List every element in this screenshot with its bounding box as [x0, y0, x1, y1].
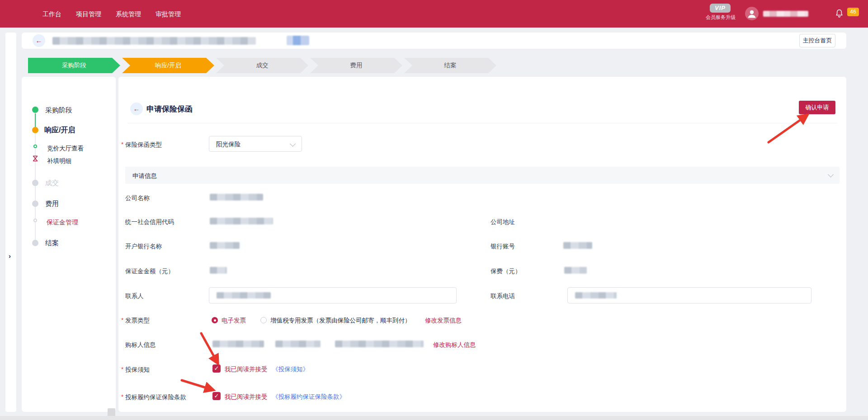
insurance-type-value: 阳光保险	[216, 140, 241, 149]
project-title-redacted	[52, 37, 256, 45]
buyer-info-label: 购标人信息	[125, 341, 156, 349]
confirm-apply-button[interactable]: 确认申请	[799, 101, 835, 114]
page-header-bar: ←	[22, 33, 846, 49]
radio-electronic-invoice[interactable]	[212, 317, 218, 323]
required-mark: *	[121, 141, 123, 148]
sidebar-item-procurement[interactable]: 采购阶段	[45, 106, 72, 115]
agree-text: 我已阅读并接受	[225, 393, 268, 401]
chevron-down-icon[interactable]	[828, 172, 834, 177]
deposit-amount-value-redacted	[210, 267, 227, 274]
radio-vat-invoice[interactable]	[260, 317, 267, 323]
contact-input[interactable]	[209, 287, 457, 303]
sidebar-item-close[interactable]: 结案	[45, 239, 59, 247]
panel-back-button[interactable]: ←	[130, 103, 143, 115]
notification-count-badge[interactable]: 46	[847, 8, 859, 16]
agree-text: 我已阅读并接受	[225, 365, 268, 373]
deposit-amount-label: 保证金金额（元）	[125, 267, 174, 275]
edit-invoice-info-link[interactable]: 修改发票信息	[425, 317, 462, 325]
back-arrow-icon: ←	[36, 37, 42, 44]
invoice-type-label: 发票类型	[125, 317, 150, 325]
section-application-info[interactable]: 申请信息	[125, 167, 840, 184]
contact-label: 联系人	[125, 292, 144, 300]
company-name-label: 公司名称	[125, 194, 150, 202]
nav-item-project-mgmt[interactable]: 项目管理	[76, 10, 101, 19]
performance-terms-doc-link[interactable]: 《投标履约保证保险条款》	[272, 393, 345, 401]
bank-account-value-redacted	[563, 242, 592, 249]
dot-done-icon	[32, 107, 38, 113]
section-title: 申请信息	[132, 172, 157, 180]
stepper-step-close[interactable]: 结案	[404, 58, 496, 73]
back-arrow-icon: ←	[133, 105, 140, 112]
sidebar-item-fill-details[interactable]: 补填明细	[47, 157, 71, 165]
user-avatar[interactable]	[745, 7, 759, 20]
sidebar-item-deposit-mgmt[interactable]: 保证金管理	[47, 219, 78, 227]
console-home-button[interactable]: 主控台首页	[799, 34, 835, 47]
stepper-step-deal[interactable]: 成交	[216, 58, 308, 73]
check-icon: ✓	[214, 392, 219, 399]
buyer-value-redacted	[212, 341, 264, 347]
dot-current-icon	[32, 127, 38, 133]
header-back-button[interactable]: ←	[33, 34, 45, 47]
sidebar-item-fee[interactable]: 费用	[45, 200, 59, 208]
top-navbar: 工作台 项目管理 系统管理 审批管理 VIP 会员服务升级 46	[0, 0, 868, 28]
status-tag-redacted	[287, 36, 309, 45]
vat-invoice-option-label[interactable]: 增值税专用发票（发票由保险公司邮寄，顺丰到付）	[270, 317, 411, 325]
credit-code-value-redacted	[210, 218, 273, 224]
insurance-type-select[interactable]: 阳光保险	[209, 136, 302, 152]
stepper-step-fee[interactable]: 费用	[310, 58, 402, 73]
circle-sub-done-icon	[33, 145, 37, 148]
buyer-value-redacted	[335, 341, 424, 347]
stepper-step-response-open[interactable]: 响应/开启	[122, 58, 214, 73]
electronic-invoice-option-label[interactable]: 电子发票	[222, 317, 246, 325]
dot-upcoming-icon	[32, 201, 38, 207]
required-mark: *	[121, 393, 123, 400]
premium-value-redacted	[564, 267, 587, 274]
bank-account-label: 银行账号	[491, 243, 515, 251]
nav-item-system-mgmt[interactable]: 系统管理	[116, 10, 141, 19]
insurance-notice-checkbox[interactable]: ✓	[212, 364, 221, 373]
premium-label: 保费（元）	[491, 267, 521, 275]
contact-value-redacted	[217, 292, 271, 299]
process-sidebar: 采购阶段 响应/开启 竞价大厅查看 补填明细 成交 费用 保证金管理 结案	[22, 77, 116, 412]
performance-terms-label: 投标履约保证保险条款	[125, 393, 186, 401]
sidebar-item-bidding-hall[interactable]: 竞价大厅查看	[47, 145, 84, 153]
vip-badge[interactable]: VIP	[710, 4, 731, 13]
required-mark: *	[121, 366, 123, 373]
contact-phone-value-redacted	[575, 292, 617, 299]
company-name-value-redacted	[210, 194, 263, 201]
timeline-segment	[35, 134, 36, 240]
page-title: 申请保险保函	[146, 104, 193, 114]
hourglass-icon	[33, 155, 38, 162]
buyer-value-redacted	[275, 341, 321, 347]
circle-active-page-icon	[33, 219, 37, 222]
check-icon: ✓	[214, 365, 219, 372]
required-mark: *	[121, 317, 123, 323]
insurance-notice-label: 投保须知	[125, 366, 150, 374]
nav-item-workbench[interactable]: 工作台	[42, 10, 61, 19]
dot-disabled-icon	[32, 180, 38, 186]
contact-phone-input[interactable]	[567, 287, 811, 303]
edit-buyer-info-link[interactable]: 修改购标人信息	[433, 341, 476, 349]
bank-name-value-redacted	[210, 242, 240, 249]
nav-item-approval-mgmt[interactable]: 审批管理	[156, 10, 181, 19]
contact-phone-label: 联系电话	[491, 292, 515, 300]
vip-upgrade-label[interactable]: 会员服务升级	[703, 14, 738, 21]
user-name-redacted[interactable]	[763, 11, 808, 17]
performance-terms-checkbox[interactable]: ✓	[212, 392, 221, 400]
stepper-step-procurement[interactable]: 采购阶段	[28, 58, 120, 73]
notification-bell-icon[interactable]	[835, 8, 844, 20]
timeline-segment-done	[35, 113, 36, 127]
expand-chevron-icon[interactable]: ›	[9, 252, 11, 260]
horizontal-scrollbar[interactable]	[0, 416, 868, 420]
insurance-type-label: 保险保函类型	[125, 141, 162, 149]
sidebar-item-deal[interactable]: 成交	[45, 179, 59, 187]
company-address-label: 公司地址	[491, 218, 515, 226]
dot-upcoming-icon	[32, 240, 38, 246]
chevron-down-icon	[290, 141, 296, 147]
sidebar-collapse-bar[interactable]: ›	[5, 33, 16, 412]
credit-code-label: 统一社会信用代码	[125, 218, 174, 226]
sidebar-item-response-open[interactable]: 响应/开启	[44, 126, 75, 135]
person-icon	[745, 7, 759, 20]
insurance-notice-doc-link[interactable]: 《投保须知》	[272, 365, 309, 373]
title-divider	[127, 123, 837, 123]
